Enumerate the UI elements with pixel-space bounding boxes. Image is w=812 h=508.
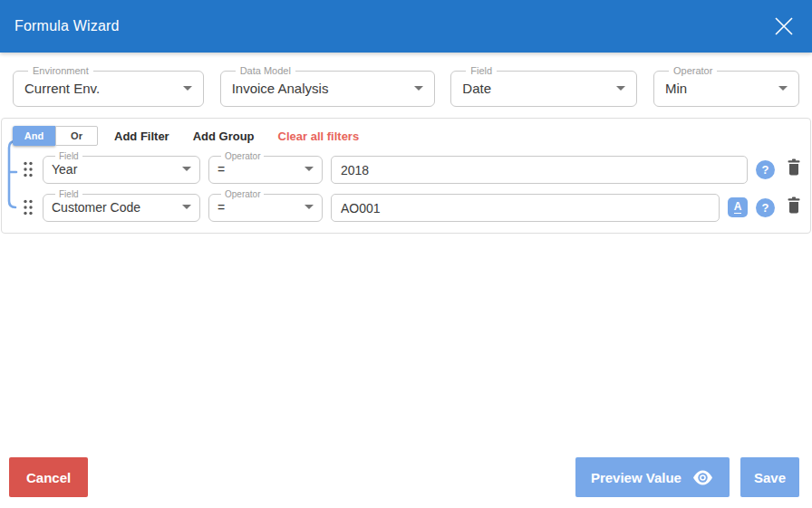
environment-label: Environment [28, 65, 93, 76]
filter-field-value: Year [52, 162, 77, 177]
filter-value-input[interactable] [331, 156, 748, 184]
filter-field-label: Field [55, 151, 82, 161]
chevron-down-icon [304, 167, 314, 171]
dialog-header: Formula Wizard [0, 0, 812, 53]
field-value: Date [462, 81, 491, 96]
question-mark-icon: ? [762, 163, 769, 177]
filter-operator-value: = [218, 200, 225, 215]
filter-operator-select[interactable]: Operator = [208, 189, 323, 222]
operator-select[interactable]: Operator Min [653, 65, 799, 107]
filter-operator-select[interactable]: Operator = [208, 151, 323, 184]
filter-builder: And Or Add Filter Add Group Clear all fi… [1, 118, 811, 234]
chevron-down-icon [304, 205, 314, 209]
dialog-footer: Cancel Preview Value Save [9, 457, 799, 497]
chevron-down-icon [183, 86, 192, 91]
field-label: Field [466, 65, 497, 76]
trash-icon [787, 158, 801, 176]
environment-select[interactable]: Environment Current Env. [13, 65, 204, 107]
chevron-down-icon [778, 86, 788, 91]
selectors-row: Environment Current Env. Data Model Invo… [0, 53, 812, 107]
filter-field-label: Field [55, 189, 82, 199]
chevron-down-icon [616, 86, 625, 91]
filter-field-select[interactable]: Field Year [43, 151, 200, 184]
filter-value-input[interactable] [331, 194, 720, 222]
chevron-down-icon [414, 86, 423, 91]
filter-row: Field Customer Code Operator = A ? [13, 189, 803, 222]
close-button[interactable] [770, 13, 798, 40]
help-button[interactable]: ? [756, 160, 775, 179]
drag-handle-icon[interactable] [22, 198, 34, 216]
filter-operator-value: = [218, 162, 225, 177]
filter-row: Field Year Operator = ? [13, 151, 803, 184]
filter-field-select[interactable]: Field Customer Code [43, 189, 200, 222]
eye-icon [691, 470, 714, 485]
trash-icon [787, 196, 801, 214]
add-filter-button[interactable]: Add Filter [114, 129, 169, 143]
help-button[interactable]: ? [756, 198, 775, 217]
filter-operator-label: Operator [221, 151, 264, 161]
data-model-label: Data Model [236, 65, 295, 76]
question-mark-icon: ? [762, 201, 769, 215]
filter-toolbar: And Or Add Filter Add Group Clear all fi… [13, 126, 803, 146]
operator-label: Operator [669, 65, 717, 76]
logic-toggle: And Or [13, 126, 98, 146]
dialog-title: Formula Wizard [14, 18, 120, 34]
add-group-button[interactable]: Add Group [193, 129, 255, 143]
drag-handle-icon[interactable] [22, 160, 34, 178]
preview-value-label: Preview Value [591, 470, 682, 485]
text-case-button[interactable]: A [728, 197, 748, 217]
data-model-value: Invoice Analysis [232, 81, 329, 96]
chevron-down-icon [182, 167, 191, 171]
cancel-button[interactable]: Cancel [9, 457, 88, 497]
preview-value-button[interactable]: Preview Value [575, 457, 730, 497]
clear-all-filters-button[interactable]: Clear all filters [278, 129, 360, 143]
logic-and-button[interactable]: And [13, 126, 55, 146]
data-model-select[interactable]: Data Model Invoice Analysis [220, 65, 435, 107]
field-select[interactable]: Field Date [450, 65, 637, 107]
letter-a-underline-icon: A [734, 201, 742, 214]
save-button[interactable]: Save [740, 457, 799, 497]
delete-filter-button[interactable] [787, 158, 801, 178]
chevron-down-icon [182, 205, 191, 209]
filter-operator-label: Operator [221, 189, 264, 199]
operator-value: Min [665, 81, 687, 96]
delete-filter-button[interactable] [787, 196, 801, 216]
close-icon [772, 14, 796, 38]
environment-value: Current Env. [24, 81, 100, 96]
filter-field-value: Customer Code [52, 200, 140, 215]
formula-wizard-dialog: Formula Wizard Environment Current Env. … [0, 0, 812, 508]
logic-or-button[interactable]: Or [55, 126, 98, 146]
